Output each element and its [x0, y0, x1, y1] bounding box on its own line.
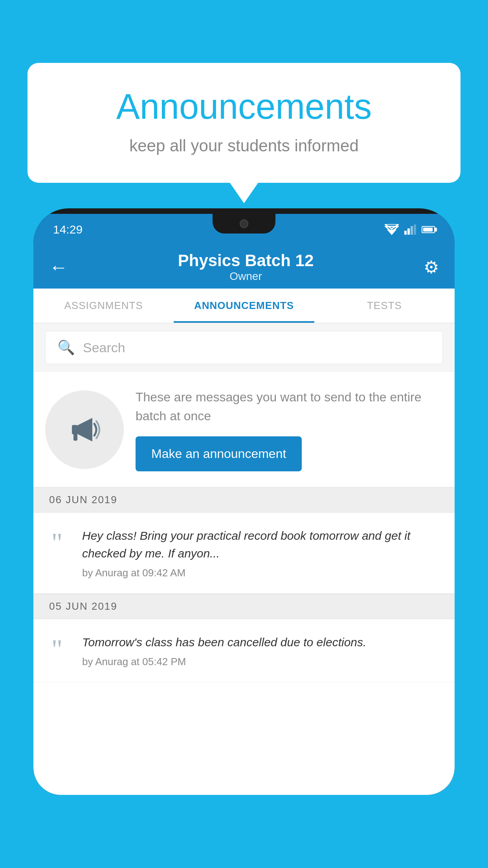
quote-icon-2: "	[51, 636, 63, 663]
tab-tests[interactable]: TESTS	[314, 289, 455, 323]
svg-rect-5	[411, 226, 413, 235]
search-icon: 🔍	[57, 339, 75, 356]
bubble-subtitle: keep all your students informed	[59, 136, 429, 155]
search-bar[interactable]: 🔍 Search	[45, 331, 443, 364]
announcement-content-1: Hey class! Bring your practical record b…	[82, 527, 443, 579]
svg-marker-7	[77, 418, 92, 441]
promo-icon-circle	[45, 390, 124, 469]
announcement-author-1: by Anurag at 09:42 AM	[82, 567, 443, 579]
megaphone-icon	[65, 410, 104, 449]
quote-icon-container: "	[41, 527, 73, 557]
announcement-item-1[interactable]: " Hey class! Bring your practical record…	[33, 513, 455, 594]
quote-icon-container-2: "	[41, 633, 73, 663]
wifi-icon	[385, 224, 399, 235]
status-time: 14:29	[53, 223, 83, 236]
tab-assignments[interactable]: ASSIGNMENTS	[33, 289, 174, 323]
search-container: 🔍 Search	[33, 323, 455, 372]
app-bar-title-area: Physics Batch 12 Owner	[68, 251, 424, 283]
svg-rect-9	[73, 434, 77, 441]
battery-icon	[422, 226, 435, 233]
svg-rect-6	[414, 224, 416, 235]
make-announcement-button[interactable]: Make an announcement	[136, 436, 302, 471]
svg-rect-4	[407, 228, 410, 235]
svg-rect-8	[72, 425, 77, 434]
front-camera	[240, 219, 248, 228]
search-input[interactable]: Search	[83, 340, 125, 355]
speech-bubble: Announcements keep all your students inf…	[28, 63, 460, 183]
tabs-bar: ASSIGNMENTS ANNOUNCEMENTS TESTS	[33, 289, 455, 323]
announcement-content-2: Tomorrow's class has been cancelled due …	[82, 633, 443, 668]
date-separator-2: 05 JUN 2019	[33, 594, 455, 619]
settings-icon[interactable]: ⚙	[424, 257, 439, 277]
announcement-item-2[interactable]: " Tomorrow's class has been cancelled du…	[33, 619, 455, 682]
notch	[213, 214, 275, 234]
back-button[interactable]: ←	[49, 256, 68, 278]
svg-rect-3	[404, 231, 407, 235]
announcement-text-2: Tomorrow's class has been cancelled due …	[82, 633, 443, 651]
promo-right: These are messages you want to send to t…	[136, 388, 443, 471]
status-bar: 14:29	[33, 214, 455, 245]
status-icons	[385, 224, 435, 235]
promo-description: These are messages you want to send to t…	[136, 388, 443, 425]
speech-bubble-section: Announcements keep all your students inf…	[28, 63, 460, 183]
announcement-author-2: by Anurag at 05:42 PM	[82, 656, 443, 668]
app-bar: ← Physics Batch 12 Owner ⚙	[33, 245, 455, 289]
tab-announcements[interactable]: ANNOUNCEMENTS	[174, 289, 314, 323]
bubble-title: Announcements	[59, 86, 429, 127]
content-area: 🔍 Search	[33, 323, 455, 795]
announcement-text-1: Hey class! Bring your practical record b…	[82, 527, 443, 562]
quote-icon: "	[51, 529, 63, 557]
signal-icon	[404, 224, 416, 235]
phone-container: 14:29 ←	[33, 208, 455, 868]
batch-title: Physics Batch 12	[68, 251, 424, 270]
user-role: Owner	[68, 270, 424, 283]
phone-frame: 14:29 ←	[33, 208, 455, 795]
date-separator-1: 06 JUN 2019	[33, 487, 455, 513]
promo-area: These are messages you want to send to t…	[33, 372, 455, 487]
